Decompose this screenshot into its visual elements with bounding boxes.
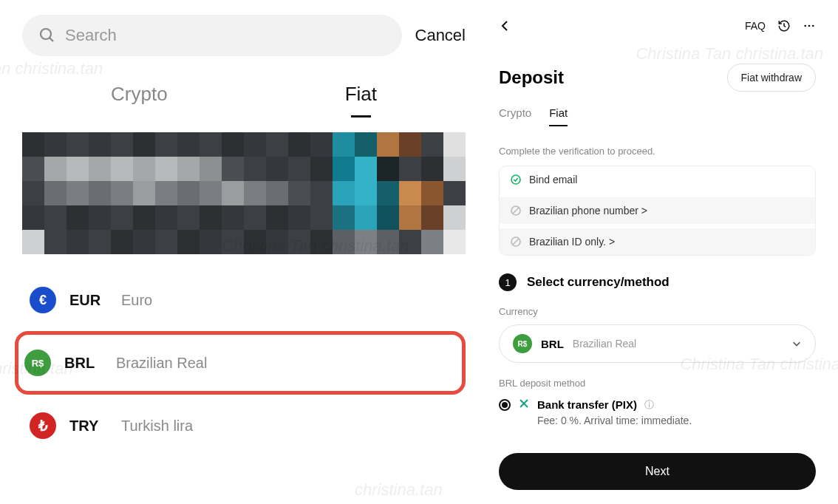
more-icon xyxy=(803,19,816,33)
chevron-left-icon xyxy=(499,20,511,32)
verification-label: Brazilian ID only. > xyxy=(529,236,615,248)
try-icon: ₺ xyxy=(30,412,56,439)
verification-label: Bind email xyxy=(529,174,577,185)
method-fee-line: Fee: 0 %. Arrival time: immediate. xyxy=(537,415,816,426)
currency-code: BRL xyxy=(64,355,103,372)
brl-icon: R$ xyxy=(24,350,51,376)
more-button[interactable] xyxy=(803,19,816,33)
check-circle-icon xyxy=(510,174,522,185)
currency-item-eur[interactable]: € EUR Euro xyxy=(22,269,466,331)
deposit-method-option[interactable]: Bank transfer (PIX) ⓘ xyxy=(499,398,816,412)
currency-name: Brazilian Real xyxy=(116,355,207,372)
currency-item-try[interactable]: ₺ TRY Turkish lira xyxy=(22,395,466,457)
currency-name: Turkish lira xyxy=(121,418,193,435)
svg-line-7 xyxy=(513,208,519,214)
currency-field-label: Currency xyxy=(499,306,816,317)
cancel-button[interactable]: Cancel xyxy=(415,26,466,45)
currency-picker-tabs: Crypto Fiat xyxy=(22,77,466,115)
svg-point-4 xyxy=(812,25,814,27)
method-name: Bank transfer (PIX) xyxy=(537,398,637,411)
back-button[interactable] xyxy=(499,20,511,32)
currency-select-code: BRL xyxy=(541,338,564,350)
radio-button[interactable] xyxy=(499,399,511,411)
page-title: Deposit xyxy=(499,67,564,88)
tab-crypto[interactable]: Crypto xyxy=(499,106,531,125)
tab-fiat[interactable]: Fiat xyxy=(549,106,568,125)
verification-hint: Complete the verification to proceed. xyxy=(499,146,816,157)
deposit-panel: FAQ Deposit Fiat withdraw Crypto Fiat Co… xyxy=(488,0,838,504)
next-button[interactable]: Next xyxy=(499,453,816,490)
svg-point-3 xyxy=(808,25,811,27)
svg-point-2 xyxy=(804,25,806,27)
search-box[interactable] xyxy=(22,15,402,56)
verification-label: Brazilian phone number > xyxy=(529,205,647,217)
tab-fiat[interactable]: Fiat xyxy=(345,77,377,115)
currency-list: € EUR Euro R$ BRL Brazilian Real ₺ TRY T… xyxy=(22,269,466,457)
history-button[interactable] xyxy=(777,19,791,33)
currency-code: EUR xyxy=(69,292,108,309)
ban-icon xyxy=(510,205,522,217)
redacted-banner xyxy=(22,132,466,254)
search-icon xyxy=(38,27,56,44)
currency-name: Euro xyxy=(121,292,152,309)
verification-item-email: Bind email xyxy=(500,166,815,193)
tab-crypto[interactable]: Crypto xyxy=(111,77,168,115)
currency-code: TRY xyxy=(69,418,108,435)
step-title: Select currency/method xyxy=(527,275,670,290)
header-actions: FAQ xyxy=(745,19,816,33)
svg-line-1 xyxy=(50,38,53,41)
currency-item-brl[interactable]: R$ BRL Brazilian Real xyxy=(15,331,466,395)
svg-point-0 xyxy=(41,29,51,39)
method-field-label: BRL deposit method xyxy=(499,378,816,389)
brl-icon: R$ xyxy=(513,334,532,353)
svg-line-9 xyxy=(513,239,519,245)
search-input[interactable] xyxy=(65,26,386,45)
pix-icon xyxy=(518,398,530,412)
verification-list: Bind email Brazilian phone number > Braz… xyxy=(499,166,816,256)
step-number-badge: 1 xyxy=(499,273,517,291)
currency-select-name: Brazilian Real xyxy=(573,338,783,350)
fiat-withdraw-button[interactable]: Fiat withdraw xyxy=(727,64,816,92)
eur-icon: € xyxy=(30,287,56,313)
ban-icon xyxy=(510,236,522,248)
search-row: Cancel xyxy=(22,15,466,56)
currency-select[interactable]: R$ BRL Brazilian Real xyxy=(499,324,816,363)
history-icon xyxy=(777,19,791,33)
faq-link[interactable]: FAQ xyxy=(745,20,766,32)
verification-item-phone[interactable]: Brazilian phone number > xyxy=(500,197,815,224)
deposit-header: FAQ xyxy=(499,15,816,37)
deposit-tabs: Crypto Fiat xyxy=(499,106,816,125)
deposit-title-row: Deposit Fiat withdraw xyxy=(499,64,816,92)
currency-picker-panel: Cancel Crypto Fiat € EUR Euro R$ BRL Bra… xyxy=(0,0,488,504)
info-icon[interactable]: ⓘ xyxy=(644,398,654,412)
verification-item-id[interactable]: Brazilian ID only. > xyxy=(500,228,815,255)
step-header: 1 Select currency/method xyxy=(499,273,816,291)
chevron-down-icon xyxy=(791,338,802,349)
